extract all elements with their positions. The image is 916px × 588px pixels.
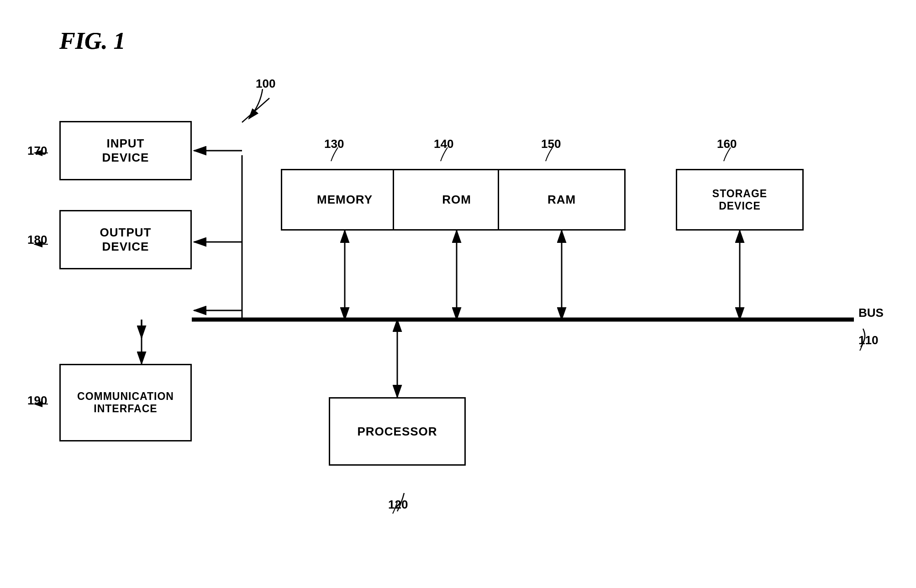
ref-120-tick	[390, 500, 409, 518]
processor-box: PROCESSOR	[329, 397, 466, 466]
memory-box: MEMORY	[281, 169, 409, 231]
ref-130-tick	[329, 145, 347, 163]
ref-150-tick	[543, 145, 562, 163]
ref-110-tick	[858, 337, 876, 355]
bus-label: BUS	[858, 306, 884, 320]
input-device-box: INPUTDEVICE	[59, 121, 192, 180]
ref-100-label: 100	[256, 77, 275, 91]
ref-180-tick	[25, 240, 53, 249]
ref-170-tick	[25, 148, 53, 158]
ref-160-tick	[721, 145, 740, 163]
diagram-container: FIG. 1	[0, 0, 916, 588]
storage-device-box: STORAGEDEVICE	[676, 169, 804, 231]
fig-title: FIG. 1	[59, 27, 125, 54]
svg-line-4	[242, 98, 269, 122]
ref-140-tick	[438, 145, 457, 163]
ref-190-tick	[25, 399, 53, 409]
diagram-svg	[0, 0, 916, 588]
output-device-box: OUTPUTDEVICE	[59, 210, 192, 269]
comm-interface-box: COMMUNICATIONINTERFACE	[59, 364, 192, 441]
ram-box: RAM	[498, 169, 626, 231]
